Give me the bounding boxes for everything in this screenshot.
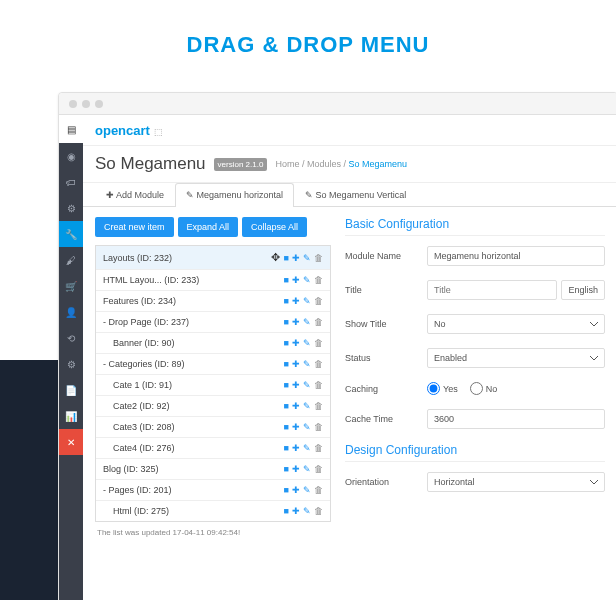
tree-item-label: Blog (ID: 325) [103, 464, 284, 474]
expand-icon[interactable]: ✚ [292, 401, 300, 411]
edit-icon[interactable]: ✎ [303, 485, 311, 495]
title-input[interactable] [427, 280, 557, 300]
trash-icon[interactable]: 🗑 [314, 253, 323, 263]
expand-icon[interactable]: ✚ [292, 275, 300, 285]
expand-icon[interactable]: ✚ [292, 464, 300, 474]
add-icon[interactable]: ■ [284, 443, 289, 453]
edit-icon[interactable]: ✎ [303, 253, 311, 263]
edit-icon[interactable]: ✎ [303, 401, 311, 411]
sidebar-dashboard-icon[interactable]: ◉ [59, 143, 83, 169]
add-icon[interactable]: ■ [284, 422, 289, 432]
edit-icon[interactable]: ✎ [303, 464, 311, 474]
edit-icon[interactable]: ✎ [303, 275, 311, 285]
collapse-all-button[interactable]: Collapse All [242, 217, 307, 237]
tab-megamenu-vertical[interactable]: ✎ So Megamenu Vertical [294, 183, 417, 206]
trash-icon[interactable]: 🗑 [314, 401, 323, 411]
menu-tree: Layouts (ID: 232)✥■✚✎🗑HTML Layou... (ID:… [95, 245, 331, 522]
sidebar-paint-icon[interactable]: 🖌 [59, 247, 83, 273]
trash-icon[interactable]: 🗑 [314, 338, 323, 348]
trash-icon[interactable]: 🗑 [314, 317, 323, 327]
add-icon[interactable]: ■ [284, 296, 289, 306]
tree-item[interactable]: Banner (ID: 90)■✚✎🗑 [96, 333, 330, 354]
tree-item-label: Banner (ID: 90) [103, 338, 284, 348]
trash-icon[interactable]: 🗑 [314, 464, 323, 474]
add-icon[interactable]: ■ [284, 485, 289, 495]
expand-icon[interactable]: ✚ [292, 338, 300, 348]
sidebar-file-icon[interactable]: 📄 [59, 377, 83, 403]
module-name-input[interactable] [427, 246, 605, 266]
sidebar-gear-icon[interactable]: ⚙ [59, 351, 83, 377]
tree-item[interactable]: Html (ID: 275)■✚✎🗑 [96, 501, 330, 521]
trash-icon[interactable]: 🗑 [314, 380, 323, 390]
trash-icon[interactable]: 🗑 [314, 422, 323, 432]
tree-item[interactable]: Features (ID: 234)■✚✎🗑 [96, 291, 330, 312]
edit-icon[interactable]: ✎ [303, 317, 311, 327]
language-button[interactable]: English [561, 280, 605, 300]
cache-time-input[interactable] [427, 409, 605, 429]
create-item-button[interactable]: Creat new item [95, 217, 174, 237]
add-icon[interactable]: ■ [284, 401, 289, 411]
add-icon[interactable]: ■ [284, 338, 289, 348]
trash-icon[interactable]: 🗑 [314, 275, 323, 285]
sidebar-users-icon[interactable]: 👤 [59, 299, 83, 325]
tab-add-module[interactable]: ✚ Add Module [95, 183, 175, 206]
sidebar-extensions-icon[interactable]: 🔧 [59, 221, 83, 247]
tree-item[interactable]: Blog (ID: 325)■✚✎🗑 [96, 459, 330, 480]
sidebar-logo[interactable]: ▤ [59, 115, 83, 143]
expand-icon[interactable]: ✚ [292, 296, 300, 306]
edit-icon[interactable]: ✎ [303, 359, 311, 369]
edit-icon[interactable]: ✎ [303, 380, 311, 390]
caching-no[interactable]: No [470, 382, 498, 395]
expand-icon[interactable]: ✚ [292, 485, 300, 495]
sidebar-cog-icon[interactable]: ⚙ [59, 195, 83, 221]
tree-item[interactable]: Cate2 (ID: 92)■✚✎🗑 [96, 396, 330, 417]
orientation-select[interactable]: Horizontal [427, 472, 605, 492]
edit-icon[interactable]: ✎ [303, 443, 311, 453]
trash-icon[interactable]: 🗑 [314, 296, 323, 306]
expand-icon[interactable]: ✚ [292, 422, 300, 432]
caching-yes[interactable]: Yes [427, 382, 458, 395]
edit-icon[interactable]: ✎ [303, 338, 311, 348]
add-icon[interactable]: ■ [284, 317, 289, 327]
trash-icon[interactable]: 🗑 [314, 506, 323, 516]
add-icon[interactable]: ■ [284, 359, 289, 369]
sidebar-cart-icon[interactable]: 🛒 [59, 273, 83, 299]
tree-item[interactable]: - Categories (ID: 89)■✚✎🗑 [96, 354, 330, 375]
expand-icon[interactable]: ✚ [292, 317, 300, 327]
edit-icon[interactable]: ✎ [303, 296, 311, 306]
expand-icon[interactable]: ✚ [292, 506, 300, 516]
expand-icon[interactable]: ✚ [292, 359, 300, 369]
add-icon[interactable]: ■ [284, 506, 289, 516]
edit-icon[interactable]: ✎ [303, 422, 311, 432]
status-select[interactable]: Enabled [427, 348, 605, 368]
expand-icon[interactable]: ✚ [292, 253, 300, 263]
tree-item[interactable]: Cate3 (ID: 208)■✚✎🗑 [96, 417, 330, 438]
sidebar-chart-icon[interactable]: 📊 [59, 403, 83, 429]
expand-icon[interactable]: ✚ [292, 380, 300, 390]
tab-megamenu-horizontal[interactable]: ✎ Megamenu horizontal [175, 183, 294, 207]
sidebar-tag-icon[interactable]: 🏷 [59, 169, 83, 195]
tree-item[interactable]: - Pages (ID: 201)■✚✎🗑 [96, 480, 330, 501]
trash-icon[interactable]: 🗑 [314, 485, 323, 495]
trash-icon[interactable]: 🗑 [314, 359, 323, 369]
sidebar-close-icon[interactable]: ✕ [59, 429, 83, 455]
add-icon[interactable]: ■ [284, 275, 289, 285]
tree-item[interactable]: HTML Layou... (ID: 233)■✚✎🗑 [96, 270, 330, 291]
drag-handle-icon[interactable]: ✥ [271, 251, 280, 264]
edit-icon[interactable]: ✎ [303, 506, 311, 516]
trash-icon[interactable]: 🗑 [314, 443, 323, 453]
add-icon[interactable]: ■ [284, 464, 289, 474]
breadcrumb: Home / Modules / So Megamenu [275, 159, 407, 169]
add-icon[interactable]: ■ [284, 253, 289, 263]
tree-item[interactable]: - Drop Page (ID: 237)■✚✎🗑 [96, 312, 330, 333]
add-icon[interactable]: ■ [284, 380, 289, 390]
tree-item[interactable]: Cate4 (ID: 276)■✚✎🗑 [96, 438, 330, 459]
tree-item-label: Layouts (ID: 232) [103, 253, 271, 263]
sidebar-share-icon[interactable]: ⟲ [59, 325, 83, 351]
tree-item[interactable]: Layouts (ID: 232)✥■✚✎🗑 [96, 246, 330, 270]
show-title-select[interactable]: No [427, 314, 605, 334]
breadcrumb-current[interactable]: So Megamenu [348, 159, 407, 169]
expand-all-button[interactable]: Expand All [178, 217, 239, 237]
tree-item[interactable]: Cate 1 (ID: 91)■✚✎🗑 [96, 375, 330, 396]
expand-icon[interactable]: ✚ [292, 443, 300, 453]
